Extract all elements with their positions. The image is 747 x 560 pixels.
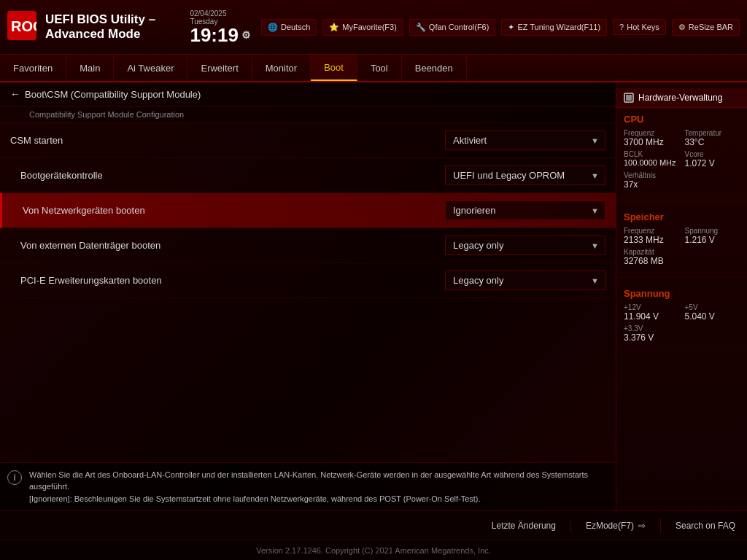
hardware-icon [624,93,634,103]
dropdown-netzwerk[interactable]: Ignorieren ▼ [445,201,605,220]
resizebar-button[interactable]: ⚙ ReSize BAR [672,19,740,36]
setting-label-extern: Von externen Datenträger booten [20,240,160,251]
cpu-stat-vcore: Vcore 1.072 V [685,150,740,168]
spannung-stats: +12V 11.904 V +5V 5.040 V +3.3V 3.376 V [624,303,740,343]
speicher-stat-spannung: Spannung 1.216 V [685,227,740,245]
info-text: Wählen Sie die Art des Onboard-LAN-Contr… [29,469,608,505]
top-bar: ROG UEFI BIOS Utility – Advanced Mode 02… [0,0,747,55]
speicher-stats: Frequenz 2133 MHz Spannung 1.216 V Kapaz… [624,227,740,266]
time-display: 19:19 ⚙ [190,26,251,44]
chevron-down-icon: ▼ [591,136,599,145]
info-box: i Wählen Sie die Art des Onboard-LAN-Con… [0,462,616,511]
nav-favoriten[interactable]: Favoriten [0,55,66,81]
content-area: ← Boot\CSM (Compatibility Support Module… [0,82,616,510]
breadcrumb-bar: ← Boot\CSM (Compatibility Support Module… [0,82,616,106]
cpu-stats: Frequenz 3700 MHz Temperatur 33°C BCLK 1… [624,129,740,190]
cpu-section: CPU Frequenz 3700 MHz Temperatur 33°C BC… [616,108,747,196]
setting-row-pcie: PCI-E Erweiterungskarten booten Legacy o… [0,263,616,298]
chevron-down-icon: ▼ [591,241,599,250]
datetime-block: 02/04/2025Tuesday 19:19 ⚙ [190,9,251,44]
cpu-label: CPU [624,114,740,125]
cpu-stat-temp: Temperatur 33°C [685,129,740,147]
breadcrumb: Boot\CSM (Compatibility Support Module) [25,89,201,100]
ez-mode-button[interactable]: EzMode(F7) ⇨ [586,521,646,531]
setting-label-netzwerk: Von Netzwerkgeräten booten [23,205,145,216]
setting-row-extern: Von externen Datenträger booten Legacy o… [0,228,616,263]
spannung-stat-12v: +12V 11.904 V [624,303,679,322]
chevron-down-icon: ▼ [591,206,599,215]
tune-icon: ✦ [508,23,514,32]
dropdown-extern[interactable]: Legacy only ▼ [445,236,605,255]
nav-erweitert[interactable]: Erweitert [187,55,252,81]
dropdown-csm[interactable]: Aktiviert ▼ [445,131,605,150]
version-bar: Version 2.17.1246. Copyright (C) 2021 Am… [0,540,747,560]
resize-icon: ⚙ [678,23,686,32]
bottom-divider-1 [570,518,571,533]
sidebar: Hardware-Verwaltung CPU Frequenz 3700 MH… [616,82,747,510]
nav-tool[interactable]: Tool [357,55,402,81]
star-icon: ⭐ [329,23,339,32]
nav-bar: Favoriten Main Ai Tweaker Erweitert Moni… [0,55,747,82]
rog-logo: ROG [7,11,39,43]
chevron-down-icon: ▼ [591,276,599,285]
svg-rect-3 [626,95,632,101]
settings-container: CSM starten Aktiviert ▼ Bootgerätekontro… [0,123,616,298]
search-faq-button[interactable]: Search on FAQ [676,521,735,531]
deutsch-button[interactable]: 🌐 Deutsch [261,19,317,36]
speicher-section: Speicher Frequenz 2133 MHz Spannung 1.21… [616,206,747,273]
nav-monitor[interactable]: Monitor [252,55,311,81]
main-layout: ← Boot\CSM (Compatibility Support Module… [0,82,747,510]
back-arrow[interactable]: ← [10,88,20,100]
speicher-stat-kapazitaet: Kapazität 32768 MB [624,248,740,266]
spannung-section: Spannung +12V 11.904 V +5V 5.040 V +3.3V… [616,282,747,349]
nav-boot[interactable]: Boot [311,55,357,81]
sidebar-title: Hardware-Verwaltung [616,88,747,108]
dropdown-bootgeraete[interactable]: UEFI und Legacy OPROM ▼ [445,166,605,185]
svg-text:ROG: ROG [11,18,36,34]
letzte-aenderung-button[interactable]: Letzte Änderung [492,521,556,531]
hotkeys-button[interactable]: ? Hot Keys [613,19,666,35]
spannung-label: Spannung [624,288,740,299]
bottom-divider-2 [660,518,661,533]
cpu-stat-frequenz: Frequenz 3700 MHz [624,129,679,147]
fan-icon: 🔧 [416,23,426,32]
myfavorite-button[interactable]: ⭐ MyFavorite(F3) [322,19,403,36]
info-icon: i [7,470,22,485]
nav-main[interactable]: Main [66,55,114,81]
subtitle-bar: Compatibility Support Module Configurati… [0,106,616,123]
cpu-stat-verhaeltnis: Verhältnis 37x [624,171,679,190]
bottom-bar: Letzte Änderung EzMode(F7) ⇨ Search on F… [0,510,747,540]
date-display: 02/04/2025Tuesday [190,9,226,26]
speicher-label: Speicher [624,211,740,222]
eztuning-button[interactable]: ✦ EZ Tuning Wizard(F11) [501,19,607,36]
nav-ai-tweaker[interactable]: Ai Tweaker [114,55,187,81]
setting-label-bootgeraete: Bootgerätekontrolle [20,170,103,181]
ez-mode-icon: ⇨ [638,521,646,531]
setting-label-csm: CSM starten [10,135,63,146]
chevron-down-icon: ▼ [591,171,599,180]
spannung-stat-5v: +5V 5.040 V [685,303,740,322]
bios-title: UEFI BIOS Utility – Advanced Mode [45,12,184,42]
qfan-button[interactable]: 🔧 Qfan Control(F6) [409,19,496,36]
settings-icon[interactable]: ⚙ [241,30,251,40]
setting-row-netzwerk: Von Netzwerkgeräten booten Ignorieren ▼ [0,193,616,228]
globe-icon: 🌐 [268,23,278,32]
cpu-stat-bclk: BCLK 100.0000 MHz [624,150,679,168]
nav-beenden[interactable]: Beenden [402,55,467,81]
dropdown-pcie[interactable]: Legacy only ▼ [445,271,605,290]
setting-row-csm: CSM starten Aktiviert ▼ [0,123,616,158]
setting-row-bootgeraete: Bootgerätekontrolle UEFI und Legacy OPRO… [0,158,616,193]
key-icon: ? [619,23,624,31]
speicher-stat-freq: Frequenz 2133 MHz [624,227,679,245]
spannung-stat-33v: +3.3V 3.376 V [624,324,679,343]
setting-label-pcie: PCI-E Erweiterungskarten booten [20,275,162,286]
